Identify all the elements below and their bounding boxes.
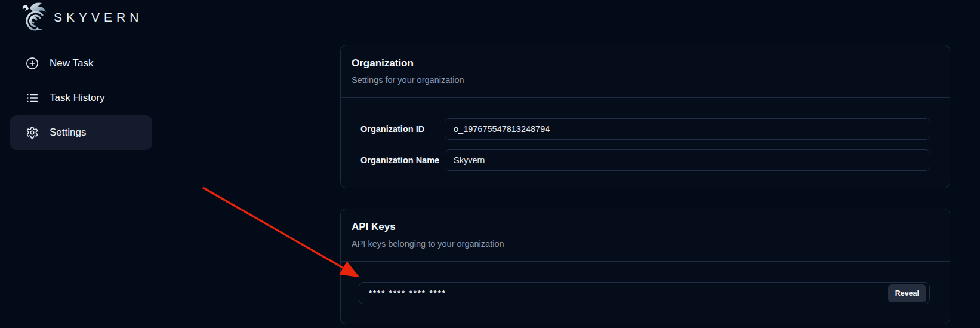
api-key-masked-value: **** **** **** **** [369,289,446,298]
organization-id-row: Organization ID [360,118,930,140]
brand-name: SKYVERN [54,10,143,24]
sidebar-item-settings[interactable]: Settings [10,115,152,150]
sidebar-item-label: Settings [50,127,86,139]
organization-id-input[interactable] [445,118,930,140]
organization-name-input[interactable] [445,149,930,171]
api-key-field[interactable]: **** **** **** **** Reveal [359,282,930,304]
dragon-logo-icon [18,1,47,33]
reveal-button[interactable]: Reveal [888,284,926,302]
api-keys-card-header: API Keys API keys belonging to your orga… [341,209,950,262]
api-keys-card-title: API Keys [352,221,939,233]
api-keys-card-body: **** **** **** **** Reveal [341,262,950,304]
organization-card-subtitle: Settings for your organization [352,75,939,85]
sidebar-item-label: New Task [50,57,93,69]
settings-page: SKYVERN New Task Task History Settings [0,0,980,328]
organization-card-header: Organization Settings for your organizat… [341,45,950,98]
organization-card: Organization Settings for your organizat… [340,45,950,188]
sidebar-item-label: Task History [50,92,105,104]
brand-logo: SKYVERN [18,1,143,33]
sidebar-item-new-task[interactable]: New Task [10,46,152,81]
organization-id-label: Organization ID [360,124,445,134]
sidebar-item-task-history[interactable]: Task History [10,81,152,115]
list-icon [26,91,39,105]
gear-icon [26,126,39,139]
plus-circle-icon [26,57,39,70]
organization-name-row: Organization Name [360,149,930,171]
api-keys-card: API Keys API keys belonging to your orga… [340,209,950,324]
sidebar: SKYVERN New Task Task History Settings [0,0,167,328]
organization-card-body: Organization ID Organization Name [341,98,950,171]
sidebar-nav: New Task Task History Settings [10,46,152,150]
api-keys-card-subtitle: API keys belonging to your organization [352,239,939,249]
organization-name-label: Organization Name [360,155,445,165]
annotation-arrow-line [203,188,356,275]
organization-card-title: Organization [352,57,939,69]
